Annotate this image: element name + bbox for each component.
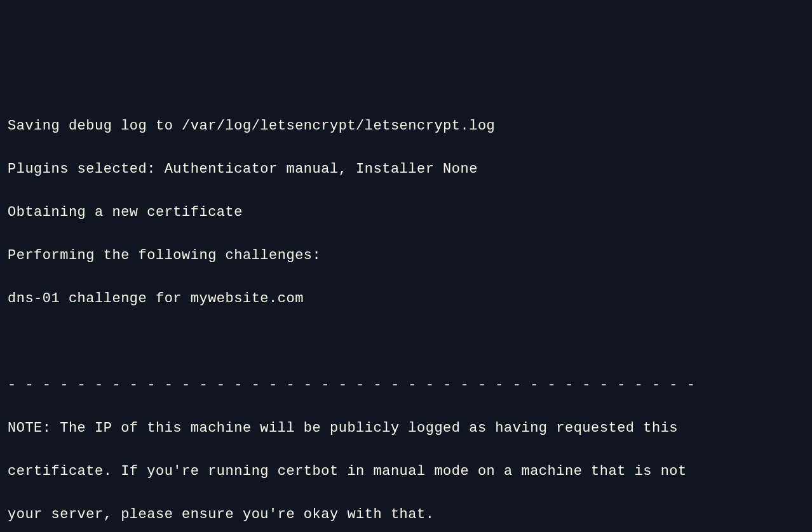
blank-line — [8, 331, 804, 353]
output-line: Saving debug log to /var/log/letsencrypt… — [8, 116, 804, 137]
output-line: Obtaining a new certificate — [8, 202, 804, 223]
terminal-output[interactable]: Saving debug log to /var/log/letsencrypt… — [8, 94, 804, 532]
output-line: NOTE: The IP of this machine will be pub… — [8, 418, 804, 439]
output-line: Plugins selected: Authenticator manual, … — [8, 159, 804, 180]
output-line: your server, please ensure you're okay w… — [8, 504, 804, 526]
output-line: dns-01 challenge for mywebsite.com — [8, 288, 804, 310]
output-line: certificate. If you're running certbot i… — [8, 461, 804, 482]
separator-line: - - - - - - - - - - - - - - - - - - - - … — [8, 375, 804, 396]
output-line: Performing the following challenges: — [8, 245, 804, 267]
